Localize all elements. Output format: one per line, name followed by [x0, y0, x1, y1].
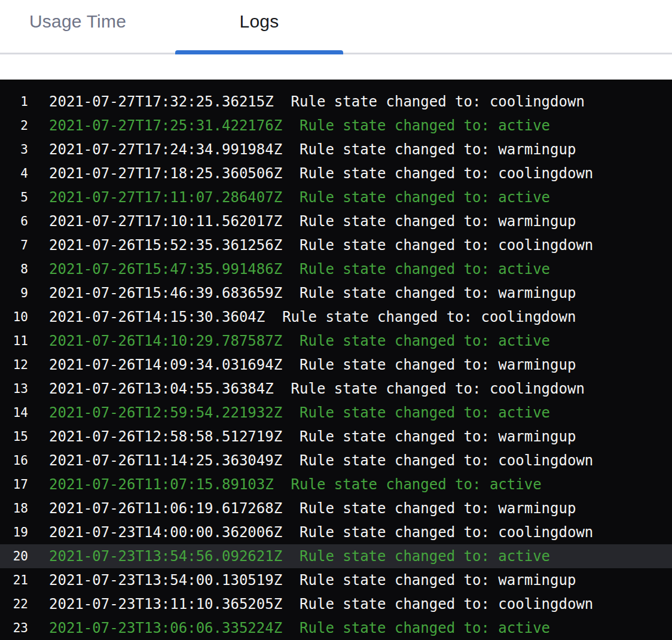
log-line-text: 2021-07-26T11:06:19.617268Z Rule state c…: [49, 496, 576, 520]
log-line-text: 2021-07-26T11:14:25.363049Z Rule state c…: [49, 449, 593, 473]
log-line-text: 2021-07-23T13:06:06.335224Z Rule state c…: [49, 616, 550, 640]
log-line-number: 17: [0, 473, 28, 496]
tab-logs[interactable]: Logs: [175, 0, 343, 51]
log-line[interactable]: 6 2021-07-27T17:10:11.562017Z Rule state…: [0, 209, 672, 233]
log-line[interactable]: 10 2021-07-26T14:15:30.3604Z Rule state …: [0, 305, 672, 329]
log-line[interactable]: 8 2021-07-26T15:47:35.991486Z Rule state…: [0, 257, 672, 281]
log-line-number: 4: [0, 161, 28, 185]
log-line-number: 15: [0, 425, 28, 449]
log-line-number: 3: [0, 138, 28, 161]
log-line[interactable]: 22 2021-07-23T13:11:10.365205Z Rule stat…: [0, 592, 672, 616]
log-line-text: 2021-07-23T13:54:56.092621Z Rule state c…: [49, 544, 550, 568]
log-line-text: 2021-07-26T15:52:35.361256Z Rule state c…: [49, 233, 593, 257]
log-line[interactable]: 4 2021-07-27T17:18:25.360506Z Rule state…: [0, 161, 672, 185]
log-line-text: 2021-07-23T13:11:10.365205Z Rule state c…: [49, 592, 593, 616]
log-line[interactable]: 21 2021-07-23T13:54:00.130519Z Rule stat…: [0, 568, 672, 592]
log-line-text: 2021-07-27T17:25:31.422176Z Rule state c…: [49, 114, 550, 138]
active-tab-indicator: [175, 50, 343, 54]
log-line-number: 6: [0, 209, 28, 233]
log-line-text: 2021-07-26T12:59:54.221932Z Rule state c…: [49, 401, 550, 425]
log-line[interactable]: 9 2021-07-26T15:46:39.683659Z Rule state…: [0, 281, 672, 305]
log-line-number: 20: [0, 544, 28, 568]
tab-usage-time-label: Usage Time: [29, 11, 126, 32]
log-line-text: 2021-07-26T14:09:34.031694Z Rule state c…: [49, 353, 576, 377]
log-line[interactable]: 7 2021-07-26T15:52:35.361256Z Rule state…: [0, 233, 672, 257]
log-line-number: 7: [0, 233, 28, 257]
log-line-text: 2021-07-26T14:10:29.787587Z Rule state c…: [49, 329, 550, 353]
log-line-number: 19: [0, 520, 28, 544]
log-line-number: 22: [0, 592, 28, 616]
log-line[interactable]: 23 2021-07-23T13:06:06.335224Z Rule stat…: [0, 616, 672, 640]
log-line[interactable]: 16 2021-07-26T11:14:25.363049Z Rule stat…: [0, 449, 672, 473]
log-line[interactable]: 3 2021-07-27T17:24:34.991984Z Rule state…: [0, 138, 672, 161]
log-line-number: 8: [0, 257, 28, 281]
log-line-number: 18: [0, 496, 28, 520]
log-line-number: 16: [0, 449, 28, 473]
log-line[interactable]: 19 2021-07-23T14:00:00.362006Z Rule stat…: [0, 520, 672, 544]
log-line[interactable]: 13 2021-07-26T13:04:55.36384Z Rule state…: [0, 377, 672, 401]
log-line[interactable]: 15 2021-07-26T12:58:58.512719Z Rule stat…: [0, 425, 672, 449]
log-line-number: 1: [0, 90, 28, 114]
log-line-number: 10: [0, 305, 28, 329]
log-line-text: 2021-07-26T12:58:58.512719Z Rule state c…: [49, 425, 576, 449]
tab-bar: Usage Time Logs: [0, 0, 672, 54]
log-line-number: 23: [0, 616, 28, 640]
log-line-number: 5: [0, 185, 28, 209]
log-line-text: 2021-07-26T14:15:30.3604Z Rule state cha…: [49, 305, 576, 329]
log-line[interactable]: 11 2021-07-26T14:10:29.787587Z Rule stat…: [0, 329, 672, 353]
log-line[interactable]: 18 2021-07-26T11:06:19.617268Z Rule stat…: [0, 496, 672, 520]
log-line-text: 2021-07-27T17:11:07.286407Z Rule state c…: [49, 185, 550, 209]
log-line-text: 2021-07-23T14:00:00.362006Z Rule state c…: [49, 520, 593, 544]
log-line-number: 14: [0, 401, 28, 425]
log-line-number: 13: [0, 377, 28, 401]
log-line-text: 2021-07-27T17:18:25.360506Z Rule state c…: [49, 161, 593, 185]
log-line-text: 2021-07-27T17:10:11.562017Z Rule state c…: [49, 209, 576, 233]
log-line[interactable]: 17 2021-07-26T11:07:15.89103Z Rule state…: [0, 473, 672, 496]
log-line-text: 2021-07-26T15:46:39.683659Z Rule state c…: [49, 281, 576, 305]
log-line[interactable]: 12 2021-07-26T14:09:34.031694Z Rule stat…: [0, 353, 672, 377]
log-line-number: 9: [0, 281, 28, 305]
log-line-text: 2021-07-23T13:54:00.130519Z Rule state c…: [49, 568, 576, 592]
tabbar-panel-gap: [0, 54, 672, 80]
log-line-text: 2021-07-27T17:24:34.991984Z Rule state c…: [49, 138, 576, 161]
log-line-text: 2021-07-26T11:07:15.89103Z Rule state ch…: [49, 473, 542, 496]
tab-logs-label: Logs: [240, 11, 279, 32]
tab-usage-time[interactable]: Usage Time: [0, 0, 155, 51]
log-line-number: 11: [0, 329, 28, 353]
log-panel[interactable]: 1 2021-07-27T17:32:25.36215Z Rule state …: [0, 80, 672, 640]
log-line[interactable]: 1 2021-07-27T17:32:25.36215Z Rule state …: [0, 90, 672, 114]
log-line[interactable]: 5 2021-07-27T17:11:07.286407Z Rule state…: [0, 185, 672, 209]
log-line-number: 12: [0, 353, 28, 377]
log-line[interactable]: 20 2021-07-23T13:54:56.092621Z Rule stat…: [0, 544, 672, 568]
log-line[interactable]: 14 2021-07-26T12:59:54.221932Z Rule stat…: [0, 401, 672, 425]
log-line-text: 2021-07-26T13:04:55.36384Z Rule state ch…: [49, 377, 585, 401]
log-line-number: 21: [0, 568, 28, 592]
log-line-text: 2021-07-26T15:47:35.991486Z Rule state c…: [49, 257, 550, 281]
log-line[interactable]: 2 2021-07-27T17:25:31.422176Z Rule state…: [0, 114, 672, 138]
log-line-text: 2021-07-27T17:32:25.36215Z Rule state ch…: [49, 90, 585, 114]
log-line-number: 2: [0, 114, 28, 138]
